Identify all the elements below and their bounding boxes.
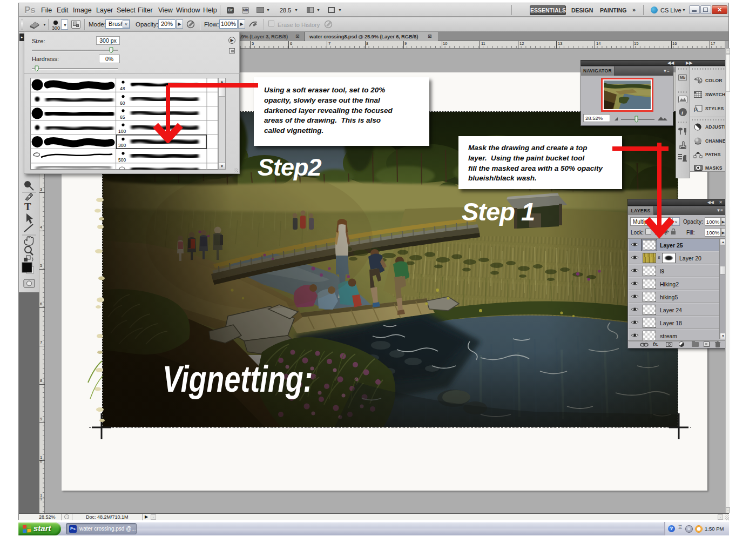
svg-text:300: 300 xyxy=(118,143,126,148)
svg-text:fx: fx xyxy=(694,106,698,112)
svg-text:500: 500 xyxy=(118,157,126,163)
svg-text:T: T xyxy=(24,201,31,212)
svg-text:60: 60 xyxy=(120,100,125,106)
svg-text:65: 65 xyxy=(120,115,125,120)
svg-text:100: 100 xyxy=(118,129,126,134)
svg-text:48: 48 xyxy=(120,86,125,91)
